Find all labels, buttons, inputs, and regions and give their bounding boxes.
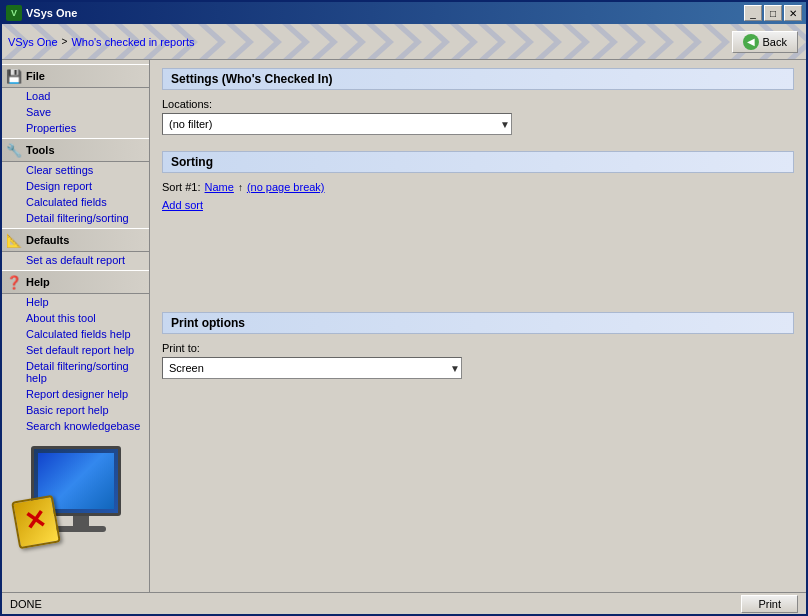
sidebar-item-detail-filtering-help[interactable]: Detail filtering/sorting help	[2, 358, 149, 386]
sidebar-section-file-header: 💾 File	[2, 64, 149, 88]
sidebar-item-about-this-tool[interactable]: About this tool	[2, 310, 149, 326]
sidebar-item-properties[interactable]: Properties	[2, 120, 149, 136]
sidebar-item-design-report[interactable]: Design report	[2, 178, 149, 194]
add-sort-link[interactable]: Add sort	[162, 199, 203, 211]
sidebar-section-file: 💾 File Load Save Properties	[2, 64, 149, 136]
app-icon: V	[6, 5, 22, 21]
back-button[interactable]: ◀ Back	[732, 31, 798, 53]
sort-prefix: Sort #1:	[162, 181, 201, 193]
print-to-dropdown-wrap: Screen Printer PDF Excel ▼	[162, 357, 462, 379]
sidebar-item-set-default-report-help[interactable]: Set default report help	[2, 342, 149, 358]
status-bar: DONE Print	[2, 592, 806, 614]
help-icon: ❓	[6, 274, 22, 290]
sidebar-item-help[interactable]: Help	[2, 294, 149, 310]
sorting-section: Sorting Sort #1: Name ↑ (no page break) …	[162, 151, 794, 212]
status-text: DONE	[10, 598, 42, 610]
sidebar-item-load[interactable]: Load	[2, 88, 149, 104]
sidebar-item-basic-report-help[interactable]: Basic report help	[2, 402, 149, 418]
window-title: VSys One	[26, 7, 744, 19]
print-options-section: Print options Print to: Screen Printer P…	[162, 312, 794, 379]
sidebar-section-tools: 🔧 Tools Clear settings Design report Cal…	[2, 138, 149, 226]
locations-dropdown-wrap: (no filter) All locations Main office Br…	[162, 113, 512, 135]
sidebar-section-help-header: ❓ Help	[2, 270, 149, 294]
sidebar-section-help: ❓ Help Help About this tool Calculated f…	[2, 270, 149, 434]
tools-icon: 🔧	[6, 142, 22, 158]
title-bar: V VSys One _ □ ✕	[2, 2, 806, 24]
main-window: V VSys One _ □ ✕ VSys One > Who's check	[0, 0, 808, 616]
sort-row-1: Sort #1: Name ↑ (no page break)	[162, 181, 794, 193]
sidebar-section-tools-header: 🔧 Tools	[2, 138, 149, 162]
sidebar-section-defaults-header: 📐 Defaults	[2, 228, 149, 252]
back-arrow-icon: ◀	[743, 34, 759, 50]
file-icon: 💾	[6, 68, 22, 84]
content-area: 💾 File Load Save Properties 🔧 Tools Clea…	[2, 60, 806, 592]
main-panel: Settings (Who's Checked In) Locations: (…	[150, 60, 806, 592]
sidebar-item-calculated-fields[interactable]: Calculated fields	[2, 194, 149, 210]
sidebar-computer-graphic: ✕	[2, 436, 149, 566]
sidebar-item-save[interactable]: Save	[2, 104, 149, 120]
breadcrumb-root[interactable]: VSys One	[8, 36, 58, 48]
maximize-button[interactable]: □	[764, 5, 782, 21]
print-button[interactable]: Print	[741, 595, 798, 613]
sort-direction: ↑	[238, 182, 243, 193]
sorting-header: Sorting	[162, 151, 794, 173]
sidebar-item-report-designer-help[interactable]: Report designer help	[2, 386, 149, 402]
breadcrumb-current[interactable]: Who's checked in reports	[71, 36, 194, 48]
breadcrumb: VSys One > Who's checked in reports	[8, 36, 195, 48]
breadcrumb-separator: >	[62, 36, 68, 47]
sort-field-link[interactable]: Name	[205, 181, 234, 193]
sidebar: 💾 File Load Save Properties 🔧 Tools Clea…	[2, 60, 150, 592]
print-to-label: Print to:	[162, 342, 794, 354]
locations-label: Locations:	[162, 98, 794, 110]
locations-dropdown[interactable]: (no filter) All locations Main office Br…	[162, 113, 512, 135]
defaults-icon: 📐	[6, 232, 22, 248]
minimize-button[interactable]: _	[744, 5, 762, 21]
print-to-dropdown[interactable]: Screen Printer PDF Excel	[162, 357, 462, 379]
sidebar-item-search-knowledgebase[interactable]: Search knowledgebase	[2, 418, 149, 434]
sidebar-item-clear-settings[interactable]: Clear settings	[2, 162, 149, 178]
sidebar-item-detail-filtering[interactable]: Detail filtering/sorting	[2, 210, 149, 226]
settings-section: Settings (Who's Checked In) Locations: (…	[162, 68, 794, 135]
toolbar: VSys One > Who's checked in reports ◀ Ba…	[2, 24, 806, 60]
sidebar-item-set-default-report[interactable]: Set as default report	[2, 252, 149, 268]
close-button[interactable]: ✕	[784, 5, 802, 21]
sort-option-link[interactable]: (no page break)	[247, 181, 325, 193]
settings-header: Settings (Who's Checked In)	[162, 68, 794, 90]
sidebar-item-calculated-fields-help[interactable]: Calculated fields help	[2, 326, 149, 342]
sidebar-section-defaults: 📐 Defaults Set as default report	[2, 228, 149, 268]
print-options-header: Print options	[162, 312, 794, 334]
window-controls: _ □ ✕	[744, 5, 802, 21]
